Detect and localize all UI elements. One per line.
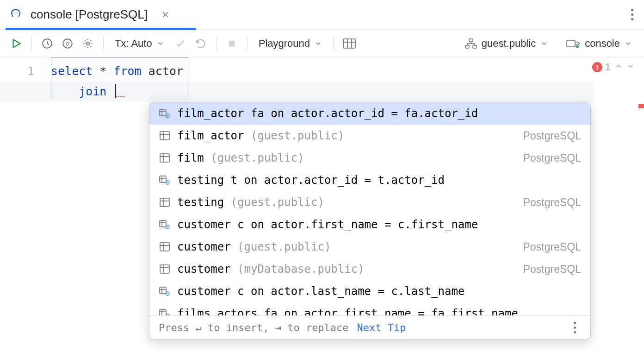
svg-rect-53 [160, 309, 166, 315]
svg-point-7 [87, 42, 90, 45]
prev-highlight-icon[interactable] [614, 62, 623, 72]
error-count: 1 [605, 61, 611, 73]
code-area[interactable]: select * from actor join film_actor fa o… [51, 57, 644, 364]
completion-text: customer (guest.public) [177, 237, 517, 257]
completion-text: film_actor fa on actor.actor_id = fa.act… [177, 103, 581, 124]
svg-rect-48 [160, 287, 166, 294]
separator [247, 37, 248, 50]
completion-item[interactable]: customer c on actor.first_name = c.first… [149, 213, 590, 236]
gutter: 1 2 [0, 57, 51, 364]
session-dropdown[interactable]: console [562, 38, 637, 50]
session-label: console [585, 38, 620, 50]
svg-rect-15 [473, 45, 477, 48]
svg-rect-23 [160, 132, 169, 140]
separator [333, 37, 334, 50]
separator [216, 37, 217, 50]
data-editor-icon[interactable] [340, 35, 359, 52]
svg-point-17 [576, 45, 579, 48]
completion-tail: PostgreSQL [523, 259, 581, 279]
chevron-down-icon [157, 40, 164, 47]
completion-tail: PostgreSQL [523, 192, 581, 213]
svg-rect-9 [343, 39, 355, 48]
schema-dropdown[interactable]: guest.public [460, 38, 552, 50]
code-editor[interactable]: 1 2 select * from actor join film_actor … [0, 57, 644, 364]
statement-selection-box [51, 57, 188, 98]
tab-options-icon[interactable] [625, 9, 638, 20]
completion-item[interactable]: testing (guest.public)PostgreSQL [149, 191, 590, 213]
svg-rect-37 [160, 220, 166, 227]
toolbar: p Tx: Auto Playground guest.public conso… [0, 30, 644, 57]
procedure-icon[interactable]: p [59, 35, 76, 52]
error-badge[interactable]: ! 1 [592, 61, 611, 73]
next-highlight-icon[interactable] [626, 62, 635, 72]
settings-icon[interactable] [79, 35, 97, 52]
table-icon [159, 198, 171, 207]
run-button[interactable] [7, 35, 25, 52]
completion-hint: Press ↵ to insert, ⇥ to replace [159, 318, 349, 338]
join-icon [159, 287, 171, 296]
svg-rect-13 [469, 39, 473, 42]
tab-title: console [PostgreSQL] [31, 7, 148, 22]
close-tab-icon[interactable]: ✕ [161, 9, 169, 20]
completion-item[interactable]: film_actor fa on actor.actor_id = fa.act… [149, 102, 590, 125]
transaction-mode-dropdown[interactable]: Tx: Auto [110, 38, 169, 50]
stop-button[interactable] [223, 35, 241, 52]
completion-list[interactable]: film_actor fa on actor.actor_id = fa.act… [149, 102, 590, 315]
separator [103, 37, 104, 50]
line-number: 1 [0, 61, 34, 82]
text-cursor [115, 84, 116, 98]
svg-rect-34 [160, 198, 169, 207]
table-icon [159, 153, 171, 163]
commit-icon[interactable] [172, 35, 189, 52]
completion-text: film_actor (guest.public) [177, 126, 517, 146]
error-stripe-mark[interactable] [638, 104, 644, 108]
error-circle-icon: ! [592, 62, 602, 72]
completion-options-icon[interactable] [568, 322, 581, 333]
completion-tail: PostgreSQL [523, 148, 581, 168]
completion-tail: PostgreSQL [523, 126, 581, 146]
completion-item[interactable]: customer c on actor.last_name = c.last_n… [149, 280, 590, 302]
separator [31, 37, 32, 50]
completion-text: customer (myDatabase.public) [177, 259, 517, 279]
completion-popup: film_actor fa on actor.actor_id = fa.act… [149, 102, 591, 340]
schema-icon [465, 38, 477, 49]
svg-rect-29 [160, 176, 166, 182]
tx-label: Tx: Auto [115, 38, 152, 50]
table-icon [159, 264, 171, 274]
tab-bar: console [PostgreSQL] ✕ [0, 0, 644, 30]
completion-item[interactable]: customer (myDatabase.public)PostgreSQL [149, 258, 590, 280]
completion-item[interactable]: film (guest.public)PostgreSQL [149, 147, 590, 169]
svg-rect-26 [160, 154, 169, 162]
schema-label: guest.public [482, 38, 536, 50]
editor-tab[interactable]: console [PostgreSQL] ✕ [6, 0, 178, 30]
completion-tail: PostgreSQL [523, 237, 581, 257]
join-icon [159, 220, 171, 229]
chevron-down-icon [315, 40, 322, 47]
svg-rect-45 [160, 265, 169, 273]
join-icon [159, 109, 171, 118]
completion-item[interactable]: films_actors fa on actor.first_name = fa… [149, 302, 590, 315]
completion-text: customer c on actor.last_name = c.last_n… [177, 281, 581, 301]
svg-text:p: p [66, 40, 69, 47]
completion-text: film (guest.public) [177, 148, 517, 168]
completion-item[interactable]: testing t on actor.actor_id = t.actor_id [149, 169, 590, 191]
completion-item[interactable]: film_actor (guest.public)PostgreSQL [149, 125, 590, 147]
completion-text: testing (guest.public) [177, 192, 517, 213]
svg-point-33 [167, 182, 168, 183]
playground-dropdown[interactable]: Playground [254, 38, 327, 50]
completion-item[interactable]: customer (guest.public)PostgreSQL [149, 236, 590, 258]
svg-point-41 [167, 226, 168, 227]
table-icon [159, 242, 171, 251]
history-icon[interactable] [38, 35, 56, 52]
next-tip-link[interactable]: Next Tip [357, 318, 406, 338]
svg-point-52 [167, 293, 168, 294]
chevron-down-icon [625, 40, 632, 47]
rollback-icon[interactable] [192, 35, 210, 52]
svg-rect-42 [160, 243, 169, 251]
svg-rect-16 [567, 40, 575, 47]
svg-rect-14 [465, 45, 469, 48]
join-icon [159, 309, 171, 315]
postgres-elephant-icon [8, 7, 23, 22]
inspections-widget[interactable]: ! 1 [592, 61, 644, 73]
session-icon [566, 38, 580, 49]
